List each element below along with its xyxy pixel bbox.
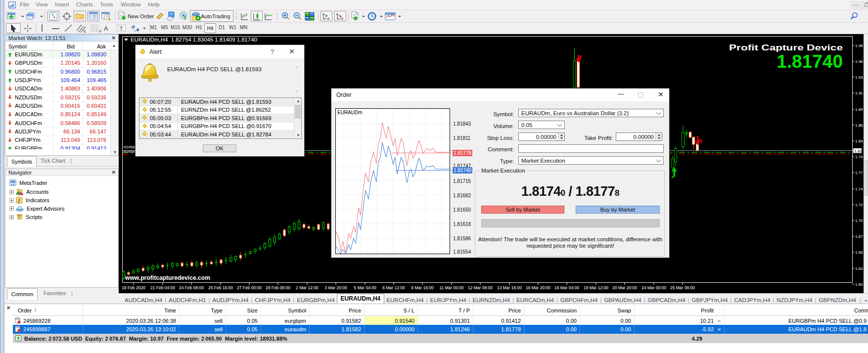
svg-text:1.60: 1.60 — [855, 282, 863, 287]
svg-text:1.67: 1.67 — [855, 234, 863, 239]
svg-text:21 Feb 04:00: 21 Feb 04:00 — [150, 285, 175, 290]
svg-text:1.98: 1.98 — [855, 44, 863, 48]
svg-text:1.77: 1.77 — [855, 171, 863, 175]
svg-text:T: T — [120, 26, 123, 32]
svg-text:1.72: 1.72 — [855, 203, 863, 207]
svg-text:19 Mar 12:00: 19 Mar 12:00 — [584, 285, 608, 290]
svg-text:3 Mar 20:00: 3 Mar 20:00 — [324, 285, 347, 290]
svg-text:F: F — [99, 30, 101, 33]
svg-text:5 Mar 04:00: 5 Mar 04:00 — [354, 285, 376, 290]
svg-text:EURAUDm: EURAUDm — [337, 110, 363, 115]
svg-text:12 Mar 08:00: 12 Mar 08:00 — [468, 285, 493, 290]
svg-text:24 Feb 08:00: 24 Feb 08:00 — [179, 285, 204, 290]
svg-text:1.63: 1.63 — [855, 266, 863, 271]
svg-text:1.81: 1.81 — [854, 149, 862, 153]
svg-text:1.89: 1.89 — [855, 107, 863, 112]
svg-text:16 Mar 20:00: 16 Mar 20:00 — [526, 285, 550, 290]
svg-text:E: E — [84, 30, 86, 33]
svg-text:1.70: 1.70 — [855, 219, 863, 223]
svg-text:11 Mar 00:00: 11 Mar 00:00 — [439, 285, 464, 290]
svg-text:9 Mar 16:00: 9 Mar 16:00 — [411, 285, 434, 290]
svg-text:1.74: 1.74 — [855, 187, 863, 191]
svg-text:1.93: 1.93 — [855, 75, 863, 80]
svg-text:1.86: 1.86 — [855, 123, 863, 128]
svg-text:18 Mar 04:00: 18 Mar 04:00 — [554, 285, 579, 290]
svg-text:6 Mar 12:00: 6 Mar 12:00 — [382, 285, 405, 290]
svg-text:20 Mar 20:00: 20 Mar 20:00 — [612, 285, 637, 290]
svg-text:28 Feb 08:00: 28 Feb 08:00 — [266, 285, 290, 290]
svg-text:27 Feb 00:00: 27 Feb 00:00 — [237, 285, 262, 290]
svg-text:2 Mar 12:00: 2 Mar 12:00 — [296, 285, 319, 290]
svg-text:www.profitcapturedevice.com: www.profitcapturedevice.com — [125, 274, 210, 281]
svg-text:25 Mar 08:00: 25 Mar 08:00 — [670, 285, 695, 290]
svg-text:24 Mar 00:00: 24 Mar 00:00 — [641, 285, 666, 290]
svg-text:1.81740: 1.81740 — [777, 51, 843, 72]
svg-text:19 Feb 2020: 19 Feb 2020 — [122, 285, 145, 290]
svg-text:1.96: 1.96 — [855, 59, 863, 64]
svg-text:13 Mar 16:00: 13 Mar 16:00 — [497, 285, 522, 290]
svg-text:EURAUDm,H4 1.82754 1.83045 1.: EURAUDm,H4 1.82754 1.83045 1.81409 1.817… — [131, 37, 257, 43]
svg-text:1.91: 1.91 — [855, 91, 863, 95]
svg-text:1.84: 1.84 — [855, 139, 863, 143]
svg-text:25 Feb 16:00: 25 Feb 16:00 — [208, 285, 233, 290]
svg-text:1.65: 1.65 — [855, 250, 863, 255]
svg-text:1.79: 1.79 — [855, 155, 863, 159]
